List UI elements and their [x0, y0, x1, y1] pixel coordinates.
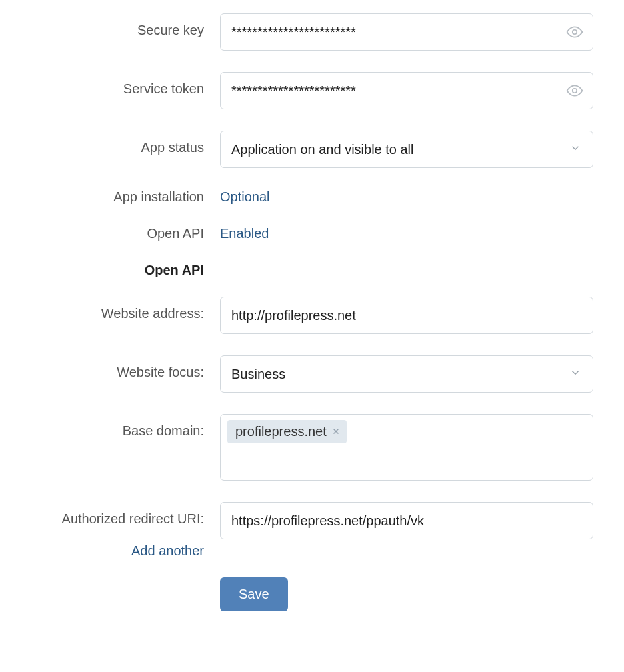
secure-key-label: Secure key — [13, 13, 220, 38]
app-installation-value[interactable]: Optional — [220, 189, 270, 204]
chevron-down-icon — [569, 367, 581, 381]
website-focus-value: Business — [231, 367, 285, 382]
app-installation-label: App installation — [13, 189, 220, 205]
service-token-input[interactable] — [220, 72, 593, 109]
service-token-label: Service token — [13, 72, 220, 97]
website-address-label: Website address: — [13, 297, 220, 321]
svg-point-0 — [573, 30, 577, 35]
svg-point-1 — [573, 89, 577, 93]
save-button[interactable]: Save — [220, 577, 288, 611]
base-domain-tag: profilepress.net — [227, 420, 347, 443]
base-domain-label: Base domain: — [13, 414, 220, 439]
app-status-value: Application on and visible to all — [231, 142, 414, 157]
close-icon[interactable] — [332, 427, 340, 437]
secure-key-input[interactable] — [220, 13, 593, 51]
eye-icon[interactable] — [565, 81, 584, 100]
open-api-section-title: Open API — [13, 263, 220, 278]
open-api-status-value[interactable]: Enabled — [220, 226, 269, 241]
add-another-link[interactable]: Add another — [13, 543, 220, 559]
website-focus-label: Website focus: — [13, 355, 220, 380]
redirect-uri-input[interactable] — [220, 502, 593, 539]
app-status-select[interactable]: Application on and visible to all — [220, 131, 593, 168]
website-address-input[interactable] — [220, 297, 593, 334]
website-focus-select[interactable]: Business — [220, 355, 593, 393]
base-domain-input[interactable]: profilepress.net — [220, 414, 593, 481]
base-domain-tag-text: profilepress.net — [235, 424, 327, 439]
open-api-status-label: Open API — [13, 226, 220, 241]
redirect-uri-label: Authorized redirect URI: — [13, 502, 204, 527]
app-status-label: App status — [13, 131, 220, 155]
chevron-down-icon — [569, 142, 581, 157]
eye-icon[interactable] — [565, 23, 584, 41]
